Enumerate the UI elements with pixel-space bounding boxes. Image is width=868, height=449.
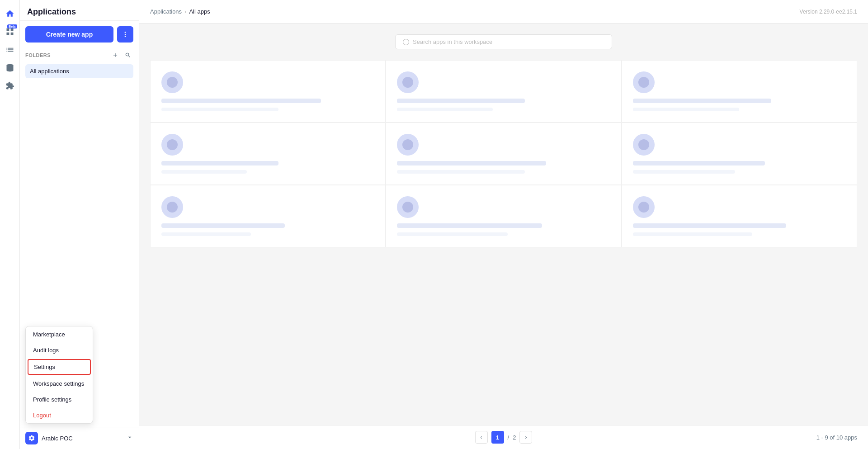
app-card[interactable] xyxy=(622,60,857,123)
app-sub-bar xyxy=(633,232,752,236)
app-sub-bar xyxy=(633,170,735,174)
app-icon xyxy=(397,71,419,93)
apps-grid xyxy=(150,60,857,247)
workspace-footer[interactable]: Arabic POC xyxy=(20,427,139,449)
sidebar-title: Applications xyxy=(20,0,139,21)
apps-grid-area: Search apps in this workspace xyxy=(139,24,868,425)
top-bar: Applications › All apps Version 2.29.0-e… xyxy=(139,0,868,24)
app-icon xyxy=(161,71,183,93)
search-bar[interactable]: Search apps in this workspace xyxy=(395,34,612,49)
pagination-info: 1 - 9 of 10 apps xyxy=(816,434,857,441)
app-sub-bar xyxy=(633,108,740,111)
search-folder-button[interactable] xyxy=(123,50,133,61)
nav-grid[interactable]: Beta xyxy=(2,24,18,40)
app-sub-bar xyxy=(397,170,525,174)
app-card[interactable] xyxy=(150,185,386,247)
more-options-button[interactable] xyxy=(117,26,133,43)
app-sub-bar xyxy=(161,232,251,236)
folders-label: FOLDERS xyxy=(25,52,51,58)
menu-workspace-settings[interactable]: Workspace settings xyxy=(26,376,93,392)
app-sub-bar xyxy=(161,170,247,174)
app-sub-bar xyxy=(397,108,493,111)
workspace-chevron-icon xyxy=(126,434,133,443)
create-new-app-button[interactable]: Create new app xyxy=(25,26,113,43)
breadcrumb-current: All apps xyxy=(189,8,210,15)
svg-point-2 xyxy=(125,34,126,35)
app-name-bar xyxy=(633,161,765,165)
icon-navigation: Beta xyxy=(0,0,20,449)
main-content: Applications › All apps Version 2.29.0-e… xyxy=(139,0,868,449)
menu-profile-settings[interactable]: Profile settings xyxy=(26,392,93,407)
current-page-indicator: 1 xyxy=(491,431,504,444)
pagination-controls: ‹ 1 / 2 › xyxy=(475,431,533,444)
svg-point-3 xyxy=(125,36,126,37)
breadcrumb: Applications › All apps xyxy=(150,8,210,15)
pagination-bar: ‹ 1 / 2 › 1 - 9 of 10 apps xyxy=(139,425,868,449)
app-name-bar xyxy=(161,99,321,103)
folders-icons xyxy=(110,50,133,61)
app-name-bar xyxy=(633,99,771,103)
menu-audit-logs[interactable]: Audit logs xyxy=(26,342,93,358)
nav-catalog[interactable] xyxy=(2,42,18,58)
app-name-bar xyxy=(397,99,525,103)
app-icon xyxy=(633,196,655,218)
nav-home[interactable] xyxy=(2,5,18,22)
sidebar-actions: Create new app xyxy=(20,21,139,44)
app-icon xyxy=(397,196,419,218)
page-separator: / xyxy=(508,434,509,441)
nav-plugins[interactable] xyxy=(2,78,18,94)
add-folder-button[interactable] xyxy=(110,50,121,61)
menu-settings[interactable]: Settings xyxy=(28,359,91,375)
app-card[interactable] xyxy=(386,60,621,123)
search-placeholder-text: Search apps in this workspace xyxy=(413,38,492,45)
app-sub-bar xyxy=(397,232,508,236)
app-card[interactable] xyxy=(150,123,386,185)
app-card[interactable] xyxy=(622,185,857,247)
app-icon xyxy=(633,71,655,93)
total-pages[interactable]: 2 xyxy=(513,434,516,441)
beta-badge: Beta xyxy=(7,24,17,28)
workspace-icon xyxy=(25,432,38,444)
sidebar: Applications Create new app FOLDERS All … xyxy=(20,0,139,449)
app-card[interactable] xyxy=(622,123,857,185)
app-name-bar xyxy=(633,223,786,228)
app-icon xyxy=(397,134,419,156)
next-page-button[interactable]: › xyxy=(519,431,532,444)
folders-section: FOLDERS All applications xyxy=(20,44,139,80)
bottom-menu: Marketplace Audit logs Settings Workspac… xyxy=(25,326,93,424)
app-card[interactable] xyxy=(150,60,386,123)
app-name-bar xyxy=(397,161,546,165)
app-card[interactable] xyxy=(386,123,621,185)
folder-all-applications[interactable]: All applications xyxy=(25,64,133,78)
prev-page-button[interactable]: ‹ xyxy=(475,431,488,444)
app-name-bar xyxy=(397,223,542,228)
breadcrumb-parent[interactable]: Applications xyxy=(150,8,182,15)
folders-header: FOLDERS xyxy=(25,50,133,61)
app-icon xyxy=(633,134,655,156)
app-name-bar xyxy=(161,161,278,165)
menu-marketplace[interactable]: Marketplace xyxy=(26,326,93,342)
breadcrumb-separator: › xyxy=(184,8,186,15)
nav-database[interactable] xyxy=(2,60,18,76)
app-name-bar xyxy=(161,223,285,228)
app-icon xyxy=(161,134,183,156)
menu-logout[interactable]: Logout xyxy=(26,407,93,423)
app-icon xyxy=(161,196,183,218)
app-sub-bar xyxy=(161,108,278,111)
search-icon xyxy=(403,39,409,45)
app-card[interactable] xyxy=(386,185,621,247)
version-label: Version 2.29.0-ee2.15.1 xyxy=(800,9,857,15)
svg-point-1 xyxy=(125,32,126,33)
workspace-name: Arabic POC xyxy=(42,435,123,442)
